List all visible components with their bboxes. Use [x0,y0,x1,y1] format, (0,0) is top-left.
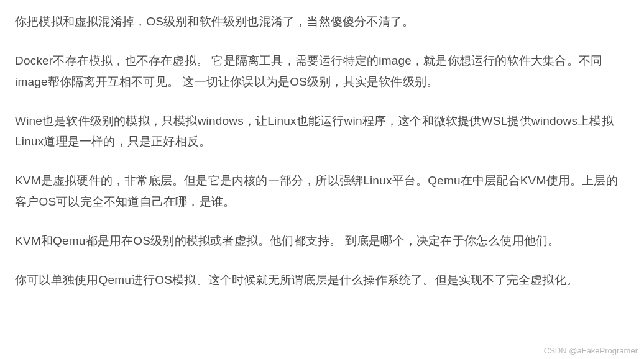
paragraph: KVM和Qemu都是用在OS级别的模拟或者虚拟。他们都支持。 到底是哪个，决定在… [15,230,629,251]
article-body: 你把模拟和虚拟混淆掉，OS级别和软件级别也混淆了，当然傻傻分不清了。 Docke… [0,0,644,290]
watermark-text: CSDN @aFakeProgramer [544,346,638,355]
paragraph: Docker不存在模拟，也不存在虚拟。 它是隔离工具，需要运行特定的image，… [15,50,629,92]
paragraph: 你可以单独使用Qemu进行OS模拟。这个时候就无所谓底层是什么操作系统了。但是实… [15,270,629,290]
paragraph: KVM是虚拟硬件的，非常底层。但是它是内核的一部分，所以强绑Linux平台。Qe… [15,170,629,212]
paragraph: Wine也是软件级别的模拟，只模拟windows，让Linux也能运行win程序… [15,111,629,152]
paragraph: 你把模拟和虚拟混淆掉，OS级别和软件级别也混淆了，当然傻傻分不清了。 [15,11,629,32]
